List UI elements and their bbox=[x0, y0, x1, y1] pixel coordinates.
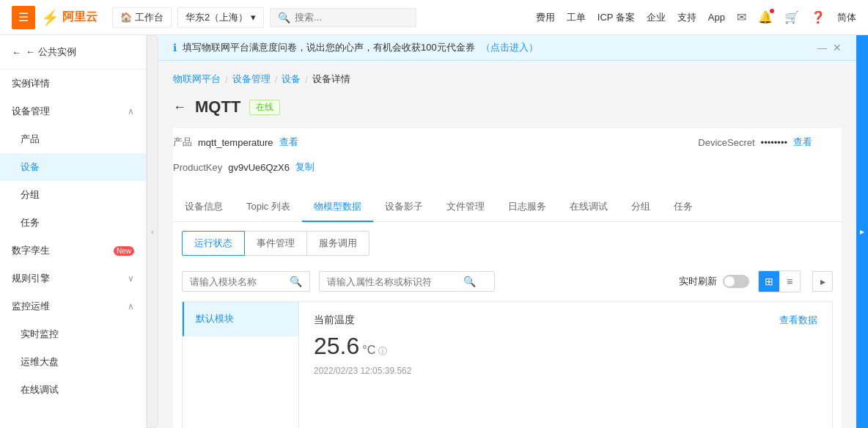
subtab-event-mgmt[interactable]: 事件管理 bbox=[244, 231, 307, 256]
view-toggle-buttons: ⊞ ≡ bbox=[758, 270, 801, 292]
list-view-button[interactable]: ≡ bbox=[779, 271, 800, 292]
tab-file-mgmt[interactable]: 文件管理 bbox=[435, 193, 496, 222]
sidebar-item-product[interactable]: 产品 bbox=[0, 125, 146, 153]
module-content: 当前温度 查看数据 25.6 °C ⓘ 2022/02/23 12:05:39.… bbox=[299, 301, 833, 428]
meta-product-label: 产品 bbox=[173, 136, 192, 149]
breadcrumb-device[interactable]: 设备 bbox=[282, 73, 301, 86]
sidebar-label-group: 分组 bbox=[21, 188, 40, 202]
nav-orders[interactable]: 工单 bbox=[567, 11, 586, 24]
attr-search-input[interactable] bbox=[327, 276, 459, 287]
temperature-value: 25.6 °C ⓘ bbox=[314, 333, 817, 360]
grid-view-button[interactable]: ⊞ bbox=[759, 271, 779, 292]
breadcrumb-iot[interactable]: 物联网平台 bbox=[173, 73, 221, 86]
subtab-service-invoke[interactable]: 服务调用 bbox=[306, 231, 369, 256]
nav-icp[interactable]: ICP 备案 bbox=[597, 11, 635, 24]
tab-device-info[interactable]: 设备信息 bbox=[173, 193, 235, 222]
bell-icon[interactable]: 🔔 bbox=[758, 10, 773, 24]
help-icon[interactable]: ❓ bbox=[811, 10, 825, 24]
breadcrumb-sep-2: / bbox=[275, 74, 278, 85]
subtab-runtime-status[interactable]: 运行状态 bbox=[182, 231, 245, 256]
nav-fees[interactable]: 费用 bbox=[536, 11, 555, 24]
sidebar: ← ← 公共实例 实例详情 设备管理 ∧ 产品 设备 分组 任务 数字孪生 Ne… bbox=[0, 35, 147, 428]
sidebar-label-digital-twin: 数字孪生 bbox=[12, 244, 50, 257]
cart-icon[interactable]: 🛒 bbox=[784, 10, 799, 24]
toolbar-row: 🔍 🔍 实时刷新 ⊞ bbox=[173, 265, 842, 292]
tab-online-debug[interactable]: 在线调试 bbox=[558, 193, 619, 222]
meta-product-link[interactable]: 查看 bbox=[279, 136, 298, 149]
main-tabs: 设备信息 Topic 列表 物模型数据 设备影子 文件管理 日志服务 在线调试 … bbox=[173, 193, 842, 222]
temperature-unit: °C bbox=[362, 344, 375, 357]
nav-app[interactable]: App bbox=[708, 12, 725, 23]
sidebar-item-device[interactable]: 设备 bbox=[0, 153, 146, 181]
notice-dash-icon: — bbox=[817, 43, 827, 54]
workbench-button[interactable]: 🏠 工作台 bbox=[112, 7, 172, 28]
grid-icon: ⊞ bbox=[765, 276, 773, 287]
notice-link[interactable]: （点击进入） bbox=[481, 41, 538, 54]
meta-row-2: ProductKey gv9vUe6QzX6 复制 bbox=[173, 160, 842, 174]
sidebar-group-rule-engine[interactable]: 规则引擎 ∨ bbox=[0, 265, 146, 292]
notification-badge bbox=[770, 9, 774, 13]
lang-switch[interactable]: 简体 bbox=[837, 11, 856, 24]
tab-task[interactable]: 任务 bbox=[662, 193, 705, 222]
meta-device-secret-value: •••••••• bbox=[761, 137, 787, 148]
region-selector[interactable]: 华东2（上海） ▾ bbox=[177, 7, 264, 28]
page-title: MQTT bbox=[195, 97, 240, 117]
breadcrumb: 物联网平台 / 设备管理 / 设备 / 设备详情 bbox=[173, 73, 842, 86]
sidebar-collapse-handle[interactable]: ‹ bbox=[147, 35, 158, 428]
module-search-box[interactable]: 🔍 bbox=[182, 271, 310, 292]
chevron-up-icon-2: ∧ bbox=[128, 301, 134, 311]
back-arrow-button[interactable]: ← bbox=[173, 100, 186, 115]
tab-device-shadow[interactable]: 设备影子 bbox=[373, 193, 435, 222]
view-data-link[interactable]: 查看数据 bbox=[779, 314, 817, 327]
content-area: 物联网平台 / 设备管理 / 设备 / 设备详情 ← MQTT 在线 产品 mq bbox=[158, 61, 856, 428]
search-input[interactable] bbox=[295, 12, 397, 23]
meta-row-1: 产品 mqtt_temperature 查看 DeviceSecret ••••… bbox=[173, 136, 842, 149]
hamburger-button[interactable]: ☰ bbox=[12, 6, 35, 29]
toggle-knob bbox=[724, 276, 735, 287]
attr-search-box[interactable]: 🔍 bbox=[319, 271, 495, 292]
sidebar-label-realtime: 实时监控 bbox=[21, 328, 59, 341]
data-card-temperature: 当前温度 查看数据 25.6 °C ⓘ 2022/02/23 12:05:39.… bbox=[299, 302, 832, 388]
notice-close-button[interactable]: ✕ bbox=[833, 42, 842, 54]
sidebar-group-monitoring[interactable]: 监控运维 ∧ bbox=[0, 292, 146, 320]
aliyun-logo-icon: ⚡ bbox=[41, 9, 59, 26]
sidebar-item-group[interactable]: 分组 bbox=[0, 181, 146, 209]
chevron-down-icon: ▾ bbox=[251, 12, 256, 23]
module-search-input[interactable] bbox=[190, 276, 285, 287]
sidebar-back-button[interactable]: ← ← 公共实例 bbox=[0, 35, 146, 70]
meta-product-key-copy[interactable]: 复制 bbox=[295, 160, 315, 174]
tab-log-service[interactable]: 日志服务 bbox=[496, 193, 558, 222]
realtime-toggle-switch[interactable] bbox=[723, 275, 749, 288]
sidebar-item-digital-twin[interactable]: 数字孪生 New bbox=[0, 237, 146, 265]
sidebar-item-instance[interactable]: 实例详情 bbox=[0, 70, 146, 97]
nav-support[interactable]: 支持 bbox=[677, 11, 696, 24]
extra-icon: ▸ bbox=[820, 276, 825, 287]
sidebar-label-product: 产品 bbox=[21, 133, 40, 146]
sidebar-item-realtime-monitor[interactable]: 实时监控 bbox=[0, 320, 146, 348]
meta-device-secret-link[interactable]: 查看 bbox=[793, 136, 812, 149]
meta-product-value: mqtt_temperature bbox=[198, 137, 273, 148]
sidebar-label-debug: 在线调试 bbox=[21, 383, 59, 396]
sidebar-item-ops-board[interactable]: 运维大盘 bbox=[0, 348, 146, 376]
right-sidebar[interactable]: ▸ bbox=[856, 35, 868, 428]
module-search-icon: 🔍 bbox=[290, 276, 302, 287]
sidebar-item-task[interactable]: 任务 bbox=[0, 209, 146, 237]
tab-group[interactable]: 分组 bbox=[619, 193, 662, 222]
mail-icon[interactable]: ✉ bbox=[737, 10, 746, 24]
breadcrumb-device-mgmt[interactable]: 设备管理 bbox=[232, 73, 271, 86]
sidebar-item-online-debug[interactable]: 在线调试 bbox=[0, 376, 146, 404]
sidebar-back-label: ← 公共实例 bbox=[26, 45, 76, 59]
tab-thing-model[interactable]: 物模型数据 bbox=[302, 193, 373, 222]
global-search[interactable]: 🔍 bbox=[270, 8, 416, 27]
nav-right: 费用 工单 ICP 备案 企业 支持 App ✉ 🔔 🛒 ❓ 简体 bbox=[536, 10, 856, 24]
tab-topic-list[interactable]: Topic 列表 bbox=[235, 193, 302, 222]
meta-product-key-label: ProductKey bbox=[173, 162, 222, 173]
breadcrumb-current: 设备详情 bbox=[312, 73, 350, 86]
module-item-default[interactable]: 默认模块 bbox=[183, 302, 298, 336]
right-sidebar-icon: ▸ bbox=[860, 226, 864, 237]
attr-search-icon: 🔍 bbox=[463, 276, 476, 287]
meta-product: 产品 mqtt_temperature 查看 bbox=[173, 136, 298, 149]
sidebar-group-device-management[interactable]: 设备管理 ∧ bbox=[0, 97, 146, 125]
extra-view-button[interactable]: ▸ bbox=[812, 271, 833, 292]
nav-enterprise[interactable]: 企业 bbox=[647, 11, 666, 24]
